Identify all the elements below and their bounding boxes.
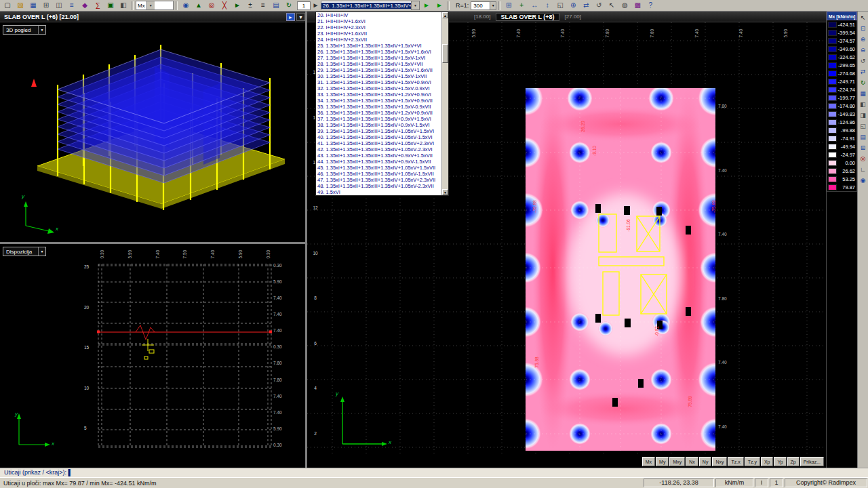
- dropdown-item[interactable]: 37. 1.35xI+1.35xII+1.35xIII+1.35xIV+0.9x…: [316, 116, 441, 122]
- visibility-icon[interactable]: ◍: [618, 1, 631, 11]
- grid-icon[interactable]: ⊞: [502, 1, 515, 11]
- dropdown-item[interactable]: 29. 1.35xI+1.35xII+1.35xIII+1.35xIV+1.5x…: [316, 67, 441, 73]
- result-button[interactable]: Zp: [787, 457, 800, 466]
- dropdown-scrollbar[interactable]: ▲ ▼: [441, 12, 448, 195]
- result-button[interactable]: Mxy: [669, 457, 685, 466]
- dropdown-item[interactable]: 42. 1.35xI+1.35xII+1.35xIII+1.35xIV+1.05…: [316, 146, 441, 152]
- refresh-icon[interactable]: ↻: [283, 1, 295, 11]
- dropdown-item[interactable]: 38. 1.35xI+1.35xII+1.35xIII+1.35xIV+0.9x…: [316, 122, 441, 128]
- view-3d-icon[interactable]: ◱: [554, 1, 566, 11]
- dropdown-item[interactable]: 30. 1.35xI+1.35xII+1.35xIII+1.35xIV+1.5x…: [316, 73, 441, 79]
- chevron-down-icon[interactable]: ▼: [146, 1, 155, 9]
- window-menu-button[interactable]: ▼: [296, 13, 305, 21]
- result-button[interactable]: Tz.y: [745, 457, 760, 466]
- view-top-icon[interactable]: ▦: [859, 89, 868, 98]
- copy-icon[interactable]: ◫: [53, 1, 65, 11]
- zoom-in-icon[interactable]: ⊕: [567, 1, 579, 11]
- result-button[interactable]: Tz.x: [728, 457, 743, 466]
- info-icon[interactable]: ◉: [859, 176, 868, 185]
- detach-window-button[interactable]: ►: [286, 13, 295, 21]
- dropdown-item[interactable]: 47. 1.35xI+1.35xII+1.35xIII+1.35xIV+1.05…: [316, 177, 441, 183]
- dropdown-item[interactable]: 49. 1.5xVI: [316, 189, 441, 195]
- dropdown-item[interactable]: 26. 1.35xI+1.35xII+1.35xIII+1.35xIV+1.5x…: [316, 49, 441, 55]
- influence-icon[interactable]: ◉: [180, 1, 192, 11]
- dropdown-item[interactable]: 35. 1.35xI+1.35xII+1.35xIII+1.35xIV+1.5x…: [316, 104, 441, 110]
- dropdown-item[interactable]: 39. 1.35xI+1.35xII+1.35xIII+1.35xIV+1.05…: [316, 128, 441, 134]
- dropdown-item[interactable]: 27. 1.35xI+1.35xII+1.35xIII+1.35xIV+1.5x…: [316, 55, 441, 61]
- load-combination-combo[interactable]: 26. 1.35xI+1.35xII+1.35xIII+1.35xIV+1.5x…: [321, 1, 420, 10]
- result-button[interactable]: Prikaz...: [800, 457, 824, 466]
- new-file-icon[interactable]: ▢: [1, 1, 14, 11]
- result-button[interactable]: My: [656, 457, 669, 466]
- window-tab-next[interactable]: [27.00]: [565, 14, 581, 20]
- dropdown-item[interactable]: 22. I+II+III+IV+2.3xVI: [316, 24, 441, 30]
- pointer-icon[interactable]: ↖: [859, 13, 868, 22]
- result-button[interactable]: Mx: [642, 457, 655, 466]
- extremes-icon[interactable]: ±: [244, 1, 256, 11]
- previous-view-icon[interactable]: ↺: [593, 1, 605, 11]
- input-data-icon[interactable]: ≡: [66, 1, 78, 11]
- scroll-down-icon[interactable]: ▼: [442, 189, 448, 195]
- dropdown-item[interactable]: 32. 1.35xI+1.35xII+1.35xIII+1.35xIV+1.5x…: [316, 85, 441, 92]
- chevron-down-icon[interactable]: ▼: [490, 2, 496, 9]
- play-combination-icon[interactable]: ►: [420, 1, 433, 11]
- chevron-down-icon[interactable]: ▼: [411, 1, 419, 9]
- section-cut-line[interactable]: [97, 325, 272, 340]
- play-all-combinations-icon[interactable]: ►: [433, 1, 446, 11]
- zoom-window-icon[interactable]: ⊡: [859, 24, 868, 33]
- view-mode-selector[interactable]: Dispozicija ▼: [3, 247, 46, 256]
- axes-icon[interactable]: +: [515, 1, 528, 11]
- scale-input[interactable]: 300 ▼: [471, 1, 496, 10]
- view-front-icon[interactable]: ◧: [859, 100, 868, 109]
- dropdown-item[interactable]: 33. 1.35xI+1.35xII+1.35xIII+1.35xIV+1.2x…: [316, 92, 441, 98]
- save-icon[interactable]: ▦: [27, 1, 39, 11]
- open-file-icon[interactable]: ▨: [14, 1, 26, 11]
- window-tab-active[interactable]: SLAB OVER L (+8): [496, 13, 559, 21]
- help-icon[interactable]: ?: [644, 1, 656, 11]
- dropdown-item[interactable]: 40. 1.35xI+1.35xII+1.35xIII+1.35xIV+1.05…: [316, 134, 441, 140]
- view-side-icon[interactable]: ◨: [859, 110, 868, 120]
- zoom-out-icon[interactable]: ⊖: [859, 45, 868, 55]
- dropdown-item[interactable]: 20. I+II+III+IV: [316, 12, 441, 18]
- text-results-icon[interactable]: ≡: [257, 1, 269, 11]
- plan-viewport[interactable]: Dispozicija ▼: [0, 244, 305, 468]
- result-button[interactable]: Nx: [686, 457, 698, 466]
- select-icon[interactable]: ↖: [606, 1, 618, 11]
- result-button[interactable]: Xp: [761, 457, 774, 466]
- dropdown-item[interactable]: 21. I+II+III+IV+1.6xVI: [316, 18, 441, 24]
- levels-icon[interactable]: ↕: [541, 1, 553, 11]
- dropdown-item[interactable]: 28. 1.35xI+1.35xII+1.35xIII+1.35xIV+1.5x…: [316, 61, 441, 67]
- result-button[interactable]: Ny: [699, 457, 712, 466]
- render-icon[interactable]: ▩: [631, 1, 644, 11]
- view-mode-selector[interactable]: 3D pogled ▼: [3, 25, 46, 35]
- module-icon[interactable]: ◆: [79, 1, 91, 11]
- dropdown-item[interactable]: 34. 1.35xI+1.35xII+1.35xIII+1.35xIV+1.5x…: [316, 98, 441, 104]
- frame-number-input[interactable]: 1: [297, 1, 311, 10]
- animation-icon[interactable]: ►: [231, 1, 243, 11]
- dropdown-item[interactable]: 41. 1.35xI+1.35xII+1.35xIII+1.35xIV+1.05…: [316, 140, 441, 146]
- command-line-input[interactable]: Uticaji (prikaz / <kraj>):: [0, 468, 868, 477]
- result-button[interactable]: Yp: [774, 457, 786, 466]
- dropdown-item[interactable]: 44. 1.35xI+1.35xII+1.35xIII+1.35xIV+0.9x…: [316, 159, 441, 165]
- scrollbar-thumb[interactable]: [442, 44, 448, 63]
- grid-toggle-icon[interactable]: ⊞: [859, 143, 868, 152]
- dropdown-item[interactable]: 23. I+II+III+IV+1.6xVII: [316, 30, 441, 37]
- regenerate-icon[interactable]: ↻: [859, 78, 868, 87]
- layers-icon[interactable]: ▤: [270, 1, 282, 11]
- window-tab-previous[interactable]: [18.00]: [474, 14, 490, 20]
- result-button[interactable]: Nxy: [712, 457, 727, 466]
- result-type-combo[interactable]: Mx ▼: [136, 1, 174, 10]
- osnap-icon[interactable]: ◎: [859, 154, 868, 163]
- scrollbar-track[interactable]: [442, 18, 448, 189]
- pan-icon[interactable]: ⇄: [859, 67, 868, 77]
- dropdown-item[interactable]: 46. 1.35xI+1.35xII+1.35xIII+1.35xIV+1.05…: [316, 171, 441, 177]
- ortho-icon[interactable]: ∟: [859, 165, 868, 174]
- dropdown-item[interactable]: 36. 1.35xI+1.35xII+1.35xIII+1.35xIV+1.2x…: [316, 110, 441, 116]
- print-icon[interactable]: ⊞: [40, 1, 52, 11]
- dropdown-item[interactable]: 45. 1.35xI+1.35xII+1.35xIII+1.35xIV+1.05…: [316, 165, 441, 171]
- dropdown-item[interactable]: 31. 1.35xI+1.35xII+1.35xIII+1.35xIV+1.5x…: [316, 79, 441, 85]
- calculate-icon[interactable]: ∑: [92, 1, 104, 11]
- next-frame-icon[interactable]: ►: [311, 1, 320, 11]
- scroll-up-icon[interactable]: ▲: [442, 12, 448, 18]
- isolines-icon[interactable]: ◎: [205, 1, 218, 11]
